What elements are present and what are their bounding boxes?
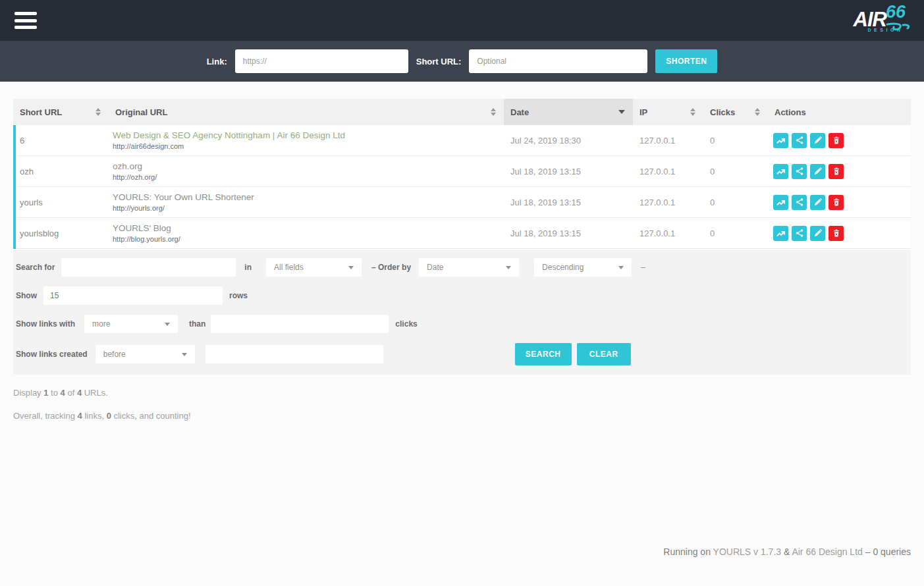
original-url-cell: YOURLS: Your Own URL Shortener http://yo… xyxy=(109,192,504,212)
short-url-cell: yourls xyxy=(16,198,109,207)
actions-cell xyxy=(768,226,911,241)
edit-icon[interactable] xyxy=(810,195,825,210)
clicks-threshold-input[interactable] xyxy=(211,315,389,333)
filter-row-search: Search for in All fields – Order by Date… xyxy=(16,258,908,277)
column-label: Date xyxy=(510,107,529,117)
link-href[interactable]: http://blog.yourls.org/ xyxy=(113,235,504,243)
share-icon[interactable] xyxy=(792,164,807,179)
delete-icon[interactable] xyxy=(829,164,844,179)
link-title[interactable]: YOURLS' Blog xyxy=(113,223,504,233)
column-label: Original URL xyxy=(115,107,167,117)
original-url-cell: YOURLS' Blog http://blog.yourls.org/ xyxy=(109,223,504,243)
stats-icon[interactable] xyxy=(773,133,788,148)
sort-icon xyxy=(755,108,760,116)
link-input[interactable] xyxy=(235,49,408,73)
created-operator-select[interactable]: before xyxy=(95,345,195,363)
actions-cell xyxy=(768,133,911,148)
chevron-down-icon xyxy=(165,323,170,326)
rows-count-input[interactable] xyxy=(43,286,223,305)
link-title[interactable]: ozh.org xyxy=(113,161,504,171)
delete-icon[interactable] xyxy=(829,226,844,241)
sort-desc-icon xyxy=(618,110,625,114)
sort-icon xyxy=(690,108,695,116)
filter-row-clicks: Show links with more than clicks xyxy=(16,315,908,333)
sort-icon xyxy=(95,108,101,116)
date-cell: Jul 18, 2019 13:15 xyxy=(504,167,633,176)
filter-row-created: Show links created before SEARCH CLEAR xyxy=(16,343,908,365)
column-label: Actions xyxy=(775,107,806,117)
edit-icon[interactable] xyxy=(810,164,825,179)
top-bar: AIR 66 DESIGN xyxy=(0,0,924,41)
clicks-operator-select[interactable]: more xyxy=(84,315,178,333)
footer-text: & xyxy=(781,546,792,557)
edit-icon[interactable] xyxy=(810,226,825,241)
short-url-input[interactable] xyxy=(469,49,647,73)
link-href[interactable]: http://yourls.org/ xyxy=(113,204,504,212)
in-label: in xyxy=(244,263,252,272)
link-href[interactable]: http://air66design.com xyxy=(113,142,504,150)
actions-cell xyxy=(768,164,911,179)
footer: Running on YOURLS v 1.7.3 & Air 66 Desig… xyxy=(663,546,911,557)
column-header-original-url[interactable]: Original URL xyxy=(109,99,504,125)
yourls-version-link[interactable]: YOURLS v 1.7.3 xyxy=(713,546,782,557)
link-label: Link: xyxy=(207,57,227,67)
rows-label: rows xyxy=(229,291,248,300)
table-header-row: Short URL Original URL Date IP Clicks Ac… xyxy=(13,99,911,125)
filters-panel: Search for in All fields – Order by Date… xyxy=(13,250,911,375)
column-header-date[interactable]: Date xyxy=(504,99,633,125)
table-row: yourlsblog YOURLS' Blog http://blog.your… xyxy=(16,218,911,249)
link-href[interactable]: http://ozh.org/ xyxy=(113,173,504,181)
column-header-ip[interactable]: IP xyxy=(633,99,703,125)
edit-icon[interactable] xyxy=(810,133,825,148)
selected-value: more xyxy=(92,319,110,329)
share-icon[interactable] xyxy=(792,226,807,241)
share-icon[interactable] xyxy=(792,133,807,148)
link-title[interactable]: YOURLS: Your Own URL Shortener xyxy=(113,192,504,202)
show-links-created-label: Show links created xyxy=(16,350,88,359)
search-field-select[interactable]: All fields xyxy=(266,258,362,277)
date-cell: Jul 24, 2019 18:30 xyxy=(504,136,633,146)
chevron-down-icon xyxy=(618,266,624,269)
clicks-cell: 0 xyxy=(703,228,768,238)
selected-value: Date xyxy=(427,263,443,272)
link-title[interactable]: Web Design & SEO Agency Nottingham | Air… xyxy=(113,130,504,140)
delete-icon[interactable] xyxy=(829,133,844,148)
order-by-select[interactable]: Date xyxy=(419,258,519,277)
share-icon[interactable] xyxy=(792,195,807,210)
menu-bar xyxy=(14,19,37,22)
column-label: Clicks xyxy=(710,107,735,117)
table-row: ozh ozh.org http://ozh.org/ Jul 18, 2019… xyxy=(16,156,911,187)
clicks-cell: 0 xyxy=(703,136,768,146)
links-table: Short URL Original URL Date IP Clicks Ac… xyxy=(13,99,911,249)
order-by-label: – Order by xyxy=(371,263,411,272)
date-cell: Jul 18, 2019 13:15 xyxy=(504,228,633,238)
delete-icon[interactable] xyxy=(829,195,844,210)
column-label: Short URL xyxy=(20,107,62,117)
created-date-input[interactable] xyxy=(205,345,383,363)
column-header-short-url[interactable]: Short URL xyxy=(13,99,109,125)
actions-cell xyxy=(768,195,911,210)
column-header-clicks[interactable]: Clicks xyxy=(703,99,768,125)
short-url-cell: yourlsblog xyxy=(16,228,109,238)
column-label: IP xyxy=(639,107,647,117)
order-direction-select[interactable]: Descending xyxy=(534,258,632,277)
menu-icon[interactable] xyxy=(14,12,37,29)
ip-cell: 127.0.0.1 xyxy=(633,167,703,176)
shorten-button[interactable]: SHORTEN xyxy=(655,49,717,73)
search-button[interactable]: SEARCH xyxy=(515,343,572,365)
stats-icon[interactable] xyxy=(773,226,788,241)
selected-value: Descending xyxy=(542,263,584,272)
stats-icon[interactable] xyxy=(773,195,788,210)
clicks-label: clicks xyxy=(395,319,417,329)
original-url-cell: ozh.org http://ozh.org/ xyxy=(109,161,504,181)
short-url-cell: ozh xyxy=(16,167,109,176)
air66-logo: AIR 66 DESIGN xyxy=(854,9,910,32)
stats-icon[interactable] xyxy=(773,164,788,179)
air66-link[interactable]: Air 66 Design Ltd xyxy=(792,546,862,557)
clear-button[interactable]: CLEAR xyxy=(577,343,631,365)
short-url-cell: 6 xyxy=(16,136,109,146)
menu-bar xyxy=(14,12,37,15)
search-input[interactable] xyxy=(61,258,236,277)
show-label: Show xyxy=(16,291,37,300)
stats-section: Display 1 to 4 of 4 URLs. Overall, track… xyxy=(13,388,911,421)
